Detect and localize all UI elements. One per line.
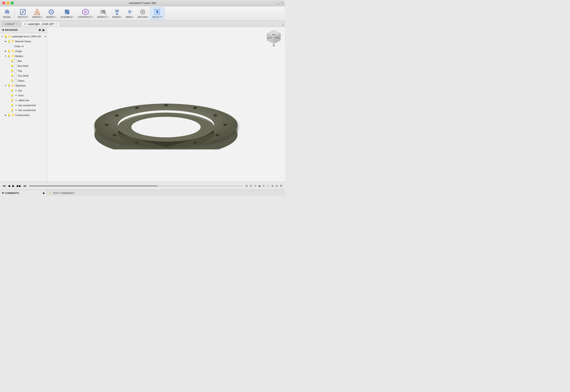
model-button[interactable]: MODEL	[1, 7, 13, 19]
glass-label: Glass	[18, 79, 46, 82]
construct-icon	[82, 8, 89, 15]
svg-rect-16	[101, 13, 103, 14]
sketch-icon	[19, 8, 26, 15]
modify-button[interactable]: MODIFY▾	[44, 7, 58, 19]
viewport[interactable]: TOP RIGHT FRONT ⌂	[47, 27, 285, 182]
bodies-label: Bodies	[15, 55, 46, 57]
tab-watertight[interactable]: ⚙ watertight...CAM v29* ✕	[21, 21, 60, 27]
sidebar-item-bot-shell[interactable]: 💡 Bot Shell	[0, 63, 47, 68]
tool-btn-3[interactable]: ↺	[253, 184, 257, 188]
sidebar-item-sketch-top[interactable]: 💡 ✏ top	[0, 88, 47, 93]
tool-btn-4[interactable]: ◉	[258, 184, 261, 188]
sidebar-item-bodies[interactable]: ▼ 💡 📁 Bodies	[0, 54, 47, 58]
sidebar-item-bot[interactable]: 💡 Bot	[0, 58, 47, 63]
glass-eye: 💡	[10, 79, 14, 83]
construct-button[interactable]: CONSTRUCT▾	[76, 7, 95, 19]
tabs-bar: Untitled* ✕ ⚙ watertight...CAM v29* ✕ ⟩	[0, 21, 285, 27]
create-button[interactable]: CREATE▾	[30, 7, 44, 19]
statusbar: ⚠ TEXT COMMANDS	[47, 190, 285, 196]
svg-rect-9	[67, 10, 69, 12]
timeline-end-btn[interactable]: ⏭	[23, 184, 27, 188]
sketch-botcs-eye: 💡	[10, 108, 14, 112]
top-label: Top	[18, 70, 46, 72]
pin-icon: ⊕	[2, 192, 4, 195]
sidebar-item-construction[interactable]: ▶ 💡 📁 Construction	[0, 113, 47, 118]
timeline-start-btn[interactable]: ⏮	[2, 184, 6, 188]
sketch-front-icon: ✏	[14, 94, 18, 97]
sidebar-item-sketch-offset-low[interactable]: 💡 ✏ offset low	[0, 98, 47, 103]
viewcube[interactable]: TOP RIGHT FRONT ⌂	[265, 29, 283, 47]
tool-btn-8[interactable]: ⊗	[275, 184, 278, 188]
tab-untitled[interactable]: Untitled* ✕	[2, 21, 21, 27]
glass-checkbox[interactable]	[14, 79, 17, 82]
sketch-topcs-label: top countersink	[18, 104, 46, 107]
svg-point-38	[164, 104, 168, 106]
app-title: Autodesk Fusion 360	[129, 1, 156, 5]
construction-label: Construction	[15, 114, 46, 116]
origin-folder: 📁	[11, 49, 15, 53]
sketch-offsetlow-eye: 💡	[10, 98, 14, 102]
top-checkbox[interactable]	[14, 70, 17, 72]
traffic-lights	[2, 1, 14, 4]
timeline-next-btn[interactable]: ▶▶	[16, 184, 22, 188]
3d-model-ring	[88, 56, 244, 149]
tab-watertight-close[interactable]: ✕	[55, 23, 57, 25]
tool-btn-6[interactable]: □	[266, 184, 269, 188]
bot-checkbox[interactable]	[14, 60, 17, 62]
insert-icon	[113, 8, 121, 15]
tool-btn-1[interactable]: ⊞	[245, 184, 248, 188]
sidebar-item-glass[interactable]: 💡 Glass	[0, 78, 47, 83]
timeline-play-btn[interactable]: ▶	[11, 184, 15, 188]
insert-button[interactable]: INSERT▾	[111, 7, 124, 19]
sidebar-item-sketch-bot-countersink[interactable]: 💡 ✏ bot countersink	[0, 108, 47, 113]
make-button[interactable]: MAKE▾	[124, 7, 135, 19]
minimize-button[interactable]	[6, 1, 9, 4]
comments-expand[interactable]: ▶	[43, 192, 45, 195]
origin-arrow: ▶	[4, 50, 7, 52]
sketch-botcs-icon: ✏	[14, 108, 18, 112]
toolbar-icon-row: ⊞ ⊟ ↺ ◉ ✛ □ ⊕ ⊗ ⚙	[245, 184, 283, 188]
select-button[interactable]: SELECT▾	[150, 7, 164, 20]
botshell-checkbox[interactable]	[14, 65, 17, 67]
tool-btn-5[interactable]: ✛	[262, 184, 265, 188]
titlebar: Autodesk Fusion 360 ⌕ ?	[0, 0, 285, 6]
tab-untitled-close[interactable]: ✕	[16, 23, 18, 25]
settings-btn[interactable]: ⚙	[279, 184, 283, 188]
named-views-eye: 💡	[7, 40, 11, 43]
sidebar-item-top-shell[interactable]: 💡 Top Shell	[0, 73, 47, 78]
sidebar-item-units[interactable]: 📄 Units: in	[0, 44, 47, 49]
tree-root[interactable]: ▼ 💡 📁 watertight box1 CAM v29 ●	[0, 34, 47, 39]
timeline-scrubber[interactable]	[29, 185, 243, 186]
topshell-checkbox[interactable]	[14, 74, 17, 77]
help-icon[interactable]: ?	[281, 1, 283, 5]
sidebar-item-top[interactable]: 💡 Top	[0, 68, 47, 73]
search-icon[interactable]: ⌕	[278, 1, 279, 5]
sketch-top-label: top	[18, 89, 46, 92]
addins-button[interactable]: ADD-INS▾	[136, 7, 150, 19]
svg-rect-10	[65, 12, 67, 14]
create-label: CREATE▾	[32, 16, 42, 18]
assemble-button[interactable]: ASSEMBLE▾	[58, 7, 76, 19]
tabs-right-btn[interactable]: ⟩	[282, 23, 283, 27]
sidebar-expand[interactable]: ▶	[43, 28, 45, 32]
sidebar-item-origin[interactable]: ▶ 💡 📁 Origin	[0, 49, 47, 54]
sketch-front-label: front	[18, 94, 46, 97]
sketches-arrow: ▼	[4, 84, 7, 87]
tool-btn-7[interactable]: ⊕	[271, 184, 274, 188]
divider-1	[14, 8, 15, 19]
sidebar-item-sketch-top-countersink[interactable]: 💡 ✏ top countersink	[0, 103, 47, 108]
sketch-topcs-icon: ✏	[14, 103, 18, 107]
assemble-icon	[63, 8, 71, 15]
maximize-button[interactable]	[11, 1, 14, 4]
svg-point-41	[223, 124, 227, 126]
sidebar-item-sketches[interactable]: ▼ 💡 📁 Sketches	[0, 83, 47, 88]
sidebar-item-sketch-front[interactable]: 💡 ✏ front	[0, 93, 47, 98]
sketch-button[interactable]: SKETCH▾	[16, 7, 30, 19]
close-button[interactable]	[2, 1, 5, 4]
timeline-prev-btn[interactable]: ◀	[7, 184, 11, 188]
sidebar-item-named-views[interactable]: ▶ 💡 📁 Named Views	[0, 39, 47, 44]
tool-btn-2[interactable]: ⊟	[249, 184, 253, 188]
sidebar-back-arrow[interactable]: ◀	[2, 28, 4, 31]
sidebar-pin[interactable]: ⊕	[39, 28, 41, 32]
inspect-button[interactable]: INSPECT▾	[96, 7, 110, 19]
